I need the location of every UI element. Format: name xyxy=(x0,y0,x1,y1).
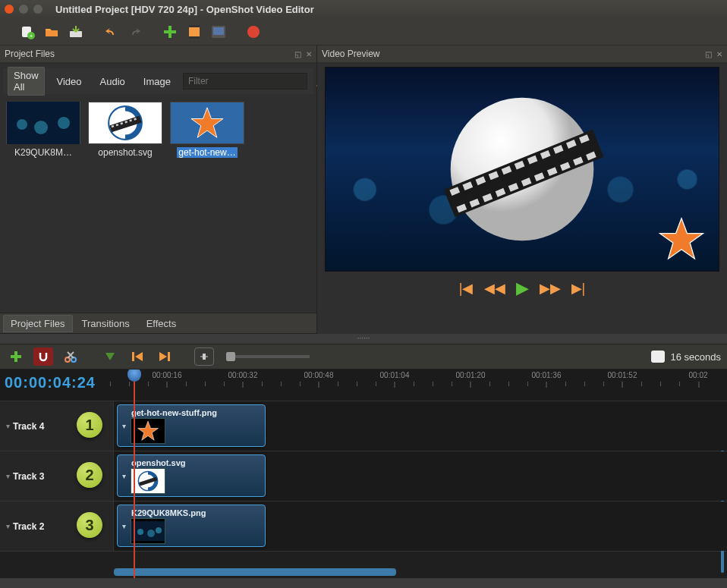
window-maximize-icon[interactable] xyxy=(33,5,42,14)
add-track-button[interactable] xyxy=(6,347,26,366)
import-files-button[interactable] xyxy=(159,21,181,42)
chevron-down-icon[interactable]: ▾ xyxy=(6,422,10,430)
svg-text:+: + xyxy=(30,33,33,39)
svg-rect-53 xyxy=(132,352,134,361)
jump-start-button[interactable]: |◀ xyxy=(459,280,474,297)
new-project-button[interactable]: + xyxy=(17,21,38,42)
razor-button[interactable] xyxy=(61,347,80,366)
svg-marker-49 xyxy=(659,219,703,259)
fastforward-button[interactable]: ▶▶ xyxy=(540,280,561,297)
clip-label: get-hot-new-stuff.png xyxy=(131,408,217,417)
file-item[interactable]: K29QUK8M… xyxy=(5,100,82,162)
playhead-timecode: 00:00:04:24 xyxy=(5,374,103,391)
clip-thumbnail xyxy=(131,518,165,544)
svg-point-14 xyxy=(58,117,70,129)
save-project-button[interactable] xyxy=(65,21,87,42)
filter-input[interactable] xyxy=(183,73,307,90)
svg-marker-55 xyxy=(159,352,167,361)
svg-marker-52 xyxy=(105,353,115,360)
center-playhead-button[interactable] xyxy=(194,347,214,366)
clip-label: K29QUK8MKS.png xyxy=(131,508,206,517)
filter-tab-audio[interactable]: Audio xyxy=(94,73,131,90)
filter-tab-image[interactable]: Image xyxy=(137,73,177,90)
window-close-icon[interactable] xyxy=(5,5,14,14)
track-header[interactable]: ▾ Track 3 2 xyxy=(0,451,114,501)
annotation-badge: 2 xyxy=(77,462,102,488)
window-minimize-icon[interactable] xyxy=(19,5,28,14)
close-panel-icon[interactable]: ✕ xyxy=(306,50,312,58)
svg-rect-3 xyxy=(70,31,82,37)
ruler-tick: 00:01:36 xyxy=(532,371,562,379)
close-panel-icon[interactable]: ✕ xyxy=(716,50,722,58)
filter-tab-video[interactable]: Video xyxy=(51,73,88,90)
chevron-down-icon[interactable]: ▾ xyxy=(122,422,126,430)
timeline-clip[interactable]: ▾ K29QUK8MKS.png xyxy=(117,505,266,547)
clip-thumbnail xyxy=(131,468,165,494)
playback-controls: |◀ ◀◀ ▶ ▶▶ ▶| xyxy=(325,275,719,302)
track-row: ▾ Track 2 3 ▾ K29QUK8MKS.png xyxy=(0,502,727,552)
undo-button[interactable] xyxy=(100,21,121,42)
timeline-clip[interactable]: ▾ openshot.svg xyxy=(117,454,266,497)
rewind-button[interactable]: ◀◀ xyxy=(484,280,505,297)
timeline-toolbar: 16 seconds xyxy=(0,344,727,369)
annotation-badge: 1 xyxy=(77,412,102,438)
svg-marker-23 xyxy=(191,108,223,137)
splitter-handle[interactable]: ······ xyxy=(0,334,727,344)
add-marker-button[interactable] xyxy=(100,347,120,366)
zoom-label: 16 seconds xyxy=(671,351,722,363)
playhead[interactable] xyxy=(134,369,135,578)
track-row: ▾ Track 4 1 ▾ get-hot-new-stuff.png xyxy=(0,401,727,451)
chevron-down-icon[interactable]: ▾ xyxy=(122,472,126,480)
jump-end-button[interactable]: ▶| xyxy=(571,280,586,297)
chevron-down-icon[interactable]: ▾ xyxy=(122,522,126,530)
filter-tab-showall[interactable]: Show All xyxy=(8,67,45,96)
chevron-down-icon[interactable]: ▾ xyxy=(6,472,10,480)
ruler-tick: 00:00:32 xyxy=(228,371,258,379)
prev-marker-button[interactable] xyxy=(127,347,147,366)
clip-label: openshot.svg xyxy=(131,458,186,467)
redo-button[interactable] xyxy=(124,21,146,42)
svg-point-12 xyxy=(17,119,27,130)
ruler-tick: 00:01:04 xyxy=(380,371,410,379)
zoom-indicator-icon xyxy=(651,351,665,363)
file-thumbnail xyxy=(88,102,162,144)
svg-point-62 xyxy=(137,529,143,535)
profile-button[interactable] xyxy=(184,21,205,42)
file-thumbnail xyxy=(170,102,244,144)
undock-icon[interactable]: ◱ xyxy=(705,50,712,58)
export-button[interactable] xyxy=(243,21,264,42)
zoom-slider[interactable] xyxy=(226,355,310,358)
snap-button[interactable] xyxy=(33,347,53,366)
timeline-clip[interactable]: ▾ get-hot-new-stuff.png xyxy=(117,404,266,447)
clip-thumbnail xyxy=(131,418,165,444)
file-label: K29QUK8M… xyxy=(14,147,72,158)
main-toolbar: + xyxy=(0,18,727,46)
play-button[interactable]: ▶ xyxy=(516,278,529,298)
ruler-tick: 00:01:20 xyxy=(456,371,486,379)
ruler-tick: 00:01:52 xyxy=(608,371,637,379)
tab-transitions[interactable]: Transitions xyxy=(74,315,137,332)
svg-point-64 xyxy=(156,527,162,533)
tab-project-files[interactable]: Project Files xyxy=(3,315,73,332)
svg-rect-6 xyxy=(189,36,200,39)
video-preview-panel: Video Preview ◱✕ xyxy=(317,46,727,334)
svg-rect-8 xyxy=(213,27,224,35)
open-project-button[interactable] xyxy=(41,21,62,42)
undock-icon[interactable]: ◱ xyxy=(294,50,301,58)
file-item[interactable]: get-hot-new… xyxy=(168,100,246,162)
track-name: Track 2 xyxy=(13,521,44,532)
window-title: Untitled Project [HDV 720 24p] - OpenSho… xyxy=(55,4,314,15)
file-label: openshot.svg xyxy=(98,147,152,158)
fullscreen-button[interactable] xyxy=(208,21,229,42)
track-header[interactable]: ▾ Track 2 3 xyxy=(0,502,114,551)
chevron-down-icon[interactable]: ▾ xyxy=(6,522,10,530)
preview-viewport[interactable] xyxy=(325,67,719,272)
svg-marker-54 xyxy=(135,352,143,361)
horizontal-scrollbar[interactable] xyxy=(114,568,396,576)
tab-effects[interactable]: Effects xyxy=(139,315,184,332)
track-header[interactable]: ▾ Track 4 1 xyxy=(0,401,114,451)
file-item[interactable]: openshot.svg xyxy=(87,100,164,162)
svg-point-9 xyxy=(247,26,260,38)
next-marker-button[interactable] xyxy=(155,347,175,366)
timeline-ruler[interactable]: 00:00:04:24 00:00:1600:00:3200:00:4800:0… xyxy=(0,369,727,401)
